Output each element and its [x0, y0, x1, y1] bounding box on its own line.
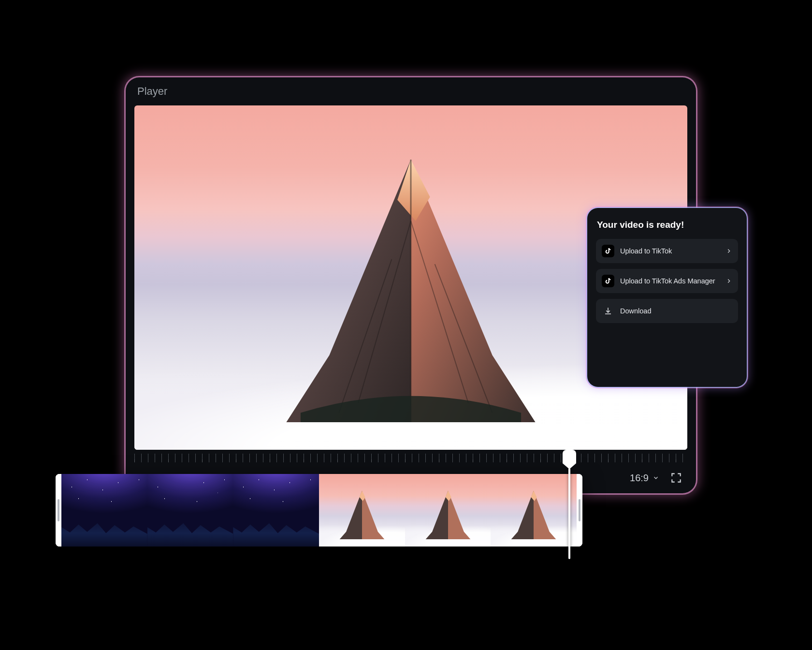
download-icon	[602, 305, 614, 317]
export-option-label: Download	[620, 307, 732, 315]
download-button[interactable]: Download	[596, 299, 738, 323]
clip-thumbnail[interactable]	[405, 474, 491, 547]
chevron-right-icon	[725, 278, 732, 284]
timeline-ruler[interactable]	[134, 454, 687, 462]
clip-thumbnail[interactable]	[319, 474, 405, 547]
player-titlebar: Player	[126, 77, 696, 105]
chevron-down-icon	[652, 474, 659, 481]
fullscreen-icon	[670, 472, 682, 484]
clip-thumbnail[interactable]	[233, 474, 319, 547]
export-panel-title: Your video is ready!	[597, 220, 737, 230]
tiktok-icon	[602, 245, 614, 257]
upload-tiktok-ads-button[interactable]: Upload to TikTok Ads Manager	[596, 269, 738, 293]
upload-tiktok-button[interactable]: Upload to TikTok	[596, 239, 738, 263]
export-panel: Your video is ready! Upload to TikTok Up…	[587, 208, 747, 387]
clip-trim-handle-left[interactable]	[56, 474, 61, 547]
fullscreen-button[interactable]	[670, 472, 682, 484]
clip-thumbnail[interactable]	[61, 474, 147, 547]
clip-thumbnail[interactable]	[491, 474, 577, 547]
clip-trim-handle-right[interactable]	[577, 474, 582, 547]
mountain-graphic	[239, 154, 582, 422]
clip-thumbnails	[61, 474, 577, 547]
export-option-label: Upload to TikTok	[620, 247, 720, 255]
tiktok-ads-icon	[602, 275, 614, 287]
timeline-clip-strip[interactable]	[56, 474, 582, 547]
export-option-label: Upload to TikTok Ads Manager	[620, 277, 720, 285]
aspect-ratio-value: 16:9	[630, 473, 649, 484]
chevron-right-icon	[725, 248, 732, 254]
aspect-ratio-selector[interactable]: 16:9	[630, 473, 659, 484]
player-title: Player	[137, 85, 167, 98]
clip-thumbnail[interactable]	[147, 474, 233, 547]
